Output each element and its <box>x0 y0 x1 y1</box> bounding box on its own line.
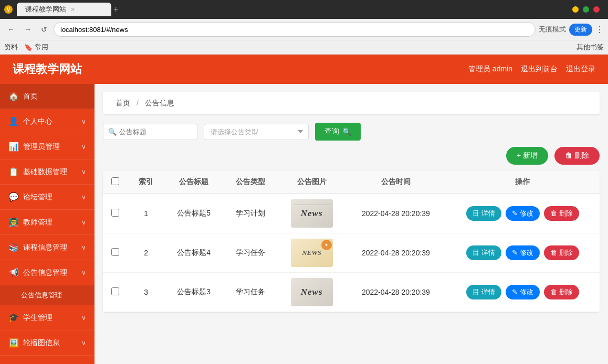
notice-arrow-icon: ∨ <box>81 269 86 276</box>
bookmark-item-1[interactable]: 资料 <box>4 42 18 52</box>
search-input-wrap: 🔍 <box>103 124 197 140</box>
row1-checkbox[interactable] <box>111 209 119 217</box>
window-maximize-btn[interactable] <box>583 6 589 13</box>
content-area: 首页 / 公告信息 🔍 请选择公告类型 学习计划 学习任务 查询 🔍 <box>95 84 608 364</box>
edit-icon: ✎ <box>512 209 518 217</box>
forward-button[interactable]: → <box>21 24 35 35</box>
del-icon: 🗑 <box>550 249 557 256</box>
search-input[interactable] <box>103 124 197 140</box>
main-layout: 🏠 首页 👤 个人中心 ∨ 📊 管理员管理 ∨ � <box>0 84 608 364</box>
del-icon: 🗑 <box>550 288 557 296</box>
update-button[interactable]: 更新 <box>569 24 592 36</box>
row1-detail-button[interactable]: 目 详情 <box>466 206 501 221</box>
new-tab-button[interactable]: + <box>113 5 118 14</box>
sidebar-item-banner[interactable]: 🖼️ 轮播图信息 ∨ <box>0 330 95 356</box>
batch-delete-button[interactable]: 🗑 删除 <box>554 147 600 165</box>
tab-bar: 课程教学网站 ✕ + <box>17 3 118 16</box>
tab-close-btn[interactable]: ✕ <box>70 6 75 13</box>
sidebar-item-course[interactable]: 📚 课程信息管理 ∨ <box>0 235 95 260</box>
detail-icon: 目 <box>473 209 479 218</box>
sidebar-label-profile: 个人中心 <box>23 117 53 126</box>
type-select[interactable]: 请选择公告类型 学习计划 学习任务 <box>204 124 309 140</box>
detail-label: 详情 <box>481 287 495 297</box>
reload-button[interactable]: ↺ <box>38 24 50 35</box>
url-bar[interactable] <box>54 22 536 37</box>
sidebar-label-student: 学生管理 <box>23 313 53 323</box>
course-icon: 📚 <box>8 242 19 252</box>
sidebar-sub-notice[interactable]: 公告信息管理 <box>0 285 95 305</box>
del-icon: 🗑 <box>550 209 557 217</box>
sidebar-sub-notice-label: 公告信息管理 <box>21 291 62 299</box>
sidebar: 🏠 首页 👤 个人中心 ∨ 📊 管理员管理 ∨ � <box>0 84 95 364</box>
row2-title: 公告标题4 <box>164 233 223 273</box>
more-options-icon[interactable]: ⋮ <box>595 25 604 35</box>
row3-type: 学习任务 <box>223 273 277 312</box>
window-minimize-btn[interactable] <box>572 6 579 13</box>
notice-icon: 📢 <box>8 267 19 277</box>
logout-link[interactable]: 退出登录 <box>566 65 595 74</box>
row3-delete-button[interactable]: 🗑 删除 <box>544 285 579 299</box>
row2-edit-button[interactable]: ✎ 修改 <box>506 245 540 260</box>
sidebar-label-home: 首页 <box>23 92 38 101</box>
del-label: 删除 <box>559 209 573 218</box>
add-label: + 新增 <box>517 151 538 160</box>
teacher-icon: 👨‍🏫 <box>8 217 19 227</box>
sidebar-label-admin: 管理员管理 <box>23 142 60 152</box>
admin-label: 管理员 admin <box>468 65 512 74</box>
banner-arrow-icon: ∨ <box>81 339 86 347</box>
sidebar-item-basic[interactable]: 📋 基础数据管理 ∨ <box>0 159 95 185</box>
row2-actions: 目 详情 ✎ 修改 🗑 删除 <box>446 233 600 273</box>
edit-icon: ✎ <box>512 249 518 256</box>
sidebar-item-student[interactable]: 🎓 学生管理 ∨ <box>0 305 95 330</box>
sidebar-label-teacher: 教师管理 <box>23 218 53 227</box>
header-title: 公告标题 <box>164 171 223 194</box>
tab-title: 课程教学网站 <box>25 5 66 14</box>
sidebar-item-profile[interactable]: 👤 个人中心 ∨ <box>0 109 95 134</box>
admin-icon: 📊 <box>8 142 19 152</box>
row3-checkbox[interactable] <box>111 287 119 295</box>
teacher-arrow-icon: ∨ <box>81 219 86 226</box>
header-checkbox-cell <box>103 171 128 194</box>
sidebar-item-notice[interactable]: 📢 公告信息管理 ∨ <box>0 260 95 285</box>
header-image: 公告图片 <box>277 171 346 194</box>
logout-front-link[interactable]: 退出到前台 <box>521 65 558 74</box>
basic-icon: 📋 <box>8 167 19 177</box>
sidebar-item-teacher[interactable]: 👨‍🏫 教师管理 ∨ <box>0 210 95 235</box>
row1-image: News <box>277 194 346 233</box>
row3-edit-button[interactable]: ✎ 修改 <box>506 285 540 299</box>
table-row: 1 公告标题5 学习计划 News 2022-04-28 20:20:39 <box>103 194 600 233</box>
header-action: 操作 <box>446 171 600 194</box>
row3-checkbox-cell <box>103 273 128 312</box>
row2-checkbox[interactable] <box>111 248 119 256</box>
app-logo: 课程教学网站 <box>13 61 82 77</box>
row1-edit-button[interactable]: ✎ 修改 <box>506 206 540 221</box>
row1-index: 1 <box>128 194 164 233</box>
header-right: 管理员 admin 退出到前台 退出登录 <box>468 65 595 74</box>
filter-row: 🔍 请选择公告类型 学习计划 学习任务 查询 🔍 <box>95 123 608 147</box>
window-close-btn[interactable] <box>593 6 600 13</box>
table-header-row: 索引 公告标题 公告类型 公告图片 公告时间 操作 <box>103 171 600 194</box>
browser-titlebar: V 课程教学网站 ✕ + <box>0 0 608 19</box>
table-row: 2 公告标题4 学习任务 NEWS ✦ <box>103 233 600 273</box>
back-button[interactable]: ← <box>4 24 18 35</box>
select-all-checkbox[interactable] <box>111 177 119 185</box>
row3-detail-button[interactable]: 目 详情 <box>466 285 501 299</box>
sidebar-item-admin[interactable]: 📊 管理员管理 ∨ <box>0 134 95 159</box>
sidebar-item-home[interactable]: 🏠 首页 <box>0 84 95 109</box>
row1-delete-button[interactable]: 🗑 删除 <box>544 206 579 221</box>
table-wrapper: 索引 公告标题 公告类型 公告图片 公告时间 操作 <box>103 171 600 312</box>
sidebar-item-forum[interactable]: 💬 论坛管理 ∨ <box>0 185 95 210</box>
query-button[interactable]: 查询 🔍 <box>315 123 361 141</box>
detail-label: 详情 <box>481 248 495 258</box>
forum-arrow-icon: ∨ <box>81 194 86 201</box>
breadcrumb-home[interactable]: 首页 <box>116 99 130 107</box>
row2-delete-button[interactable]: 🗑 删除 <box>544 245 579 260</box>
other-bookmarks[interactable]: 其他书签 <box>576 42 604 52</box>
browser-toolbar: ← → ↺ 无痕模式 更新 ⋮ <box>0 19 608 40</box>
bookmark-item-2[interactable]: 🔖 常用 <box>24 42 48 52</box>
breadcrumb-separator: / <box>137 99 139 107</box>
forum-icon: 💬 <box>8 192 19 202</box>
browser-tab-active[interactable]: 课程教学网站 ✕ <box>17 3 111 16</box>
add-button[interactable]: + 新增 <box>506 147 548 165</box>
row2-detail-button[interactable]: 目 详情 <box>466 245 501 260</box>
